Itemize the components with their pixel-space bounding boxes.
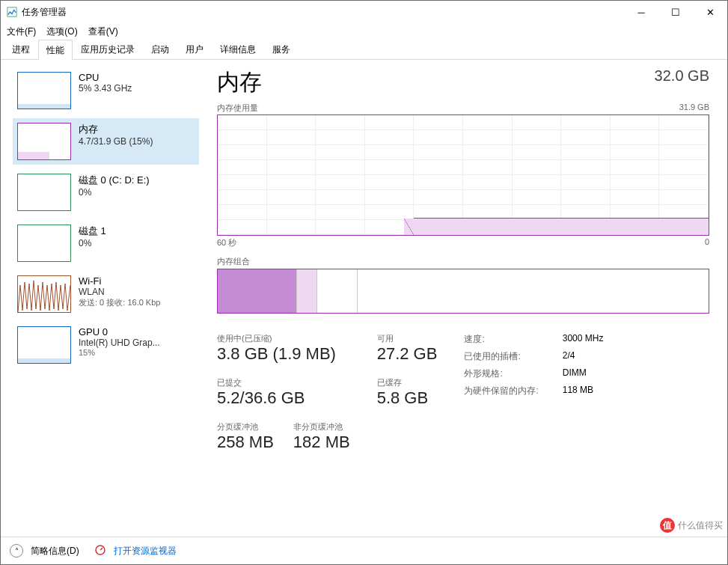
wifi-thumb-icon [17,275,71,313]
reserved-v: 118 MB [563,385,604,397]
titlebar[interactable]: 任务管理器 ─ ☐ ✕ [1,1,727,23]
wifi-sub2: 发送: 0 接收: 16.0 Kbp [79,297,160,308]
menu-file[interactable]: 文件(F) [7,25,36,38]
usage-max: 31.9 GB [679,103,709,114]
in-use-label: 使用中(已压缩) [217,333,350,344]
speed-k: 速度: [464,333,538,346]
speed-v: 3000 MHz [563,333,604,346]
wifi-sub: WLAN [79,287,160,297]
memory-usage-chart [217,114,709,236]
tab-startup[interactable]: 启动 [143,39,177,59]
svg-line-2 [100,548,103,550]
tab-performance[interactable]: 性能 [38,40,73,60]
reserved-k: 为硬件保留的内存: [464,385,538,397]
tabs: 进程 性能 应用历史记录 启动 用户 详细信息 服务 [1,40,727,60]
disk1-title: 磁盘 1 [79,225,106,238]
memory-composition-chart [217,269,709,314]
memory-thumb-icon [17,123,71,160]
cached-label: 已缓存 [377,377,438,388]
chevron-up-icon[interactable]: ˄ [10,544,23,558]
committed-value: 5.2/36.6 GB [217,388,350,408]
tab-services[interactable]: 服务 [264,39,299,59]
form-k: 外形规格: [464,367,538,380]
sidebar-item-gpu[interactable]: GPU 0 Intel(R) UHD Grap... 15% [13,322,199,368]
nonpaged-label: 非分页缓冲池 [293,421,350,433]
paged-label: 分页缓冲池 [217,421,274,433]
sidebar: CPU 5% 3.43 GHz 内存 4.7/31.9 GB (15%) 磁盘 … [1,60,199,537]
cpu-thumb-icon [17,72,71,109]
avail-label: 可用 [377,333,438,344]
sidebar-item-memory[interactable]: 内存 4.7/31.9 GB (15%) [13,118,199,165]
comp-in-use [218,269,297,313]
watermark: 值 什么值得买 [660,518,723,533]
window-title: 任务管理器 [22,6,67,19]
gpu-thumb-icon [17,326,71,364]
detail-total: 32.0 GB [655,67,709,85]
nonpaged-value: 182 MB [293,433,350,452]
task-manager-window: 任务管理器 ─ ☐ ✕ 文件(F) 选项(O) 查看(V) 进程 性能 应用历史… [0,0,728,565]
maximize-button[interactable]: ☐ [658,1,693,23]
detail-pane: 内存 32.0 GB 内存使用量 31.9 GB 60 秒 0 内存组合 [199,60,727,537]
footer: ˄ 简略信息(D) 打开资源监视器 [1,537,727,564]
menu-view[interactable]: 查看(V) [88,25,118,38]
sidebar-item-wifi[interactable]: Wi-Fi WLAN 发送: 0 接收: 16.0 Kbp [13,271,199,317]
menubar: 文件(F) 选项(O) 查看(V) [1,23,727,40]
open-resmon-link[interactable]: 打开资源监视器 [114,545,177,558]
form-v: DIMM [563,367,604,380]
axis-left: 60 秒 [217,237,236,248]
comp-standby [317,269,357,313]
disk1-sub: 0% [79,238,106,248]
slots-k: 已使用的插槽: [464,350,538,363]
memory-title: 内存 [79,123,153,136]
slots-v: 2/4 [563,350,604,363]
resmon-icon [94,544,106,558]
disk0-title: 磁盘 0 (C: D: E:) [79,174,150,187]
composition-label: 内存组合 [217,256,709,267]
tab-details[interactable]: 详细信息 [212,39,264,59]
sidebar-item-disk0[interactable]: 磁盘 0 (C: D: E:) 0% [13,169,199,216]
tab-processes[interactable]: 进程 [4,39,38,59]
comp-modified [297,269,317,313]
in-use-value: 3.8 GB (1.9 MB) [217,344,350,364]
gpu-sub2: 15% [79,348,160,357]
menu-options[interactable]: 选项(O) [46,25,77,38]
watermark-badge: 值 [660,518,675,533]
sidebar-item-disk1[interactable]: 磁盘 1 0% [13,220,199,266]
committed-label: 已提交 [217,377,350,388]
cpu-title: CPU [79,72,132,83]
tab-history[interactable]: 应用历史记录 [73,39,143,59]
detail-title: 内存 [217,67,262,98]
close-button[interactable]: ✕ [693,1,727,23]
disk0-thumb-icon [17,174,71,211]
disk1-thumb-icon [17,225,71,262]
avail-value: 27.2 GB [377,344,438,364]
fewer-details-button[interactable]: 简略信息(D) [31,545,79,558]
disk0-sub: 0% [79,187,150,198]
gpu-sub: Intel(R) UHD Grap... [79,338,160,348]
app-icon [7,7,17,17]
cpu-sub: 5% 3.43 GHz [79,83,132,94]
usage-label: 内存使用量 [217,103,258,114]
axis-right: 0 [705,237,709,248]
wifi-title: Wi-Fi [79,275,160,287]
cached-value: 5.8 GB [377,388,438,408]
gpu-title: GPU 0 [79,326,160,338]
tab-users[interactable]: 用户 [177,39,212,59]
watermark-text: 什么值得买 [678,519,723,532]
paged-value: 258 MB [217,433,274,452]
memory-sub: 4.7/31.9 GB (15%) [79,136,153,147]
sidebar-item-cpu[interactable]: CPU 5% 3.43 GHz [13,67,199,114]
minimize-button[interactable]: ─ [624,1,658,23]
